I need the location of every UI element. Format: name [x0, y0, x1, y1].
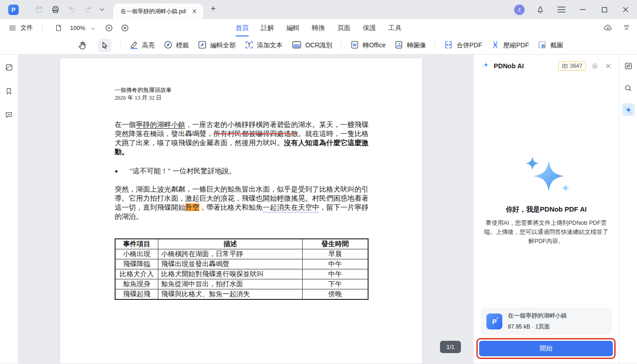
divider: [341, 40, 341, 51]
screenshot-label: 截圖: [550, 41, 563, 50]
hand-tool-button[interactable]: [76, 39, 89, 52]
zoom-out-icon[interactable]: [103, 22, 115, 34]
document-viewport[interactable]: 一個傳奇的無厘頭故事 2026 年 13 月 32 日 在一個寧靜的湖畔小鎮，一…: [18, 55, 473, 364]
table-row: 比格犬介入比格犬開始對飛碟進行嗅探並吠叫中午: [115, 269, 368, 279]
ocr-icon: OCR: [291, 40, 302, 51]
ribbon-tab-6[interactable]: 保護: [363, 19, 376, 36]
ocr-button[interactable]: OCR OCR識別: [291, 40, 332, 51]
to-image-button[interactable]: 轉圖像: [394, 40, 426, 51]
divider: [42, 24, 43, 32]
image-icon: [394, 40, 404, 51]
collapse-toolbar-icon[interactable]: [621, 22, 632, 34]
zoom-in-icon[interactable]: [119, 22, 131, 34]
ai-assistant-icon[interactable]: [622, 103, 635, 116]
close-button[interactable]: [620, 4, 632, 15]
table-row: 飛碟起飛飛碟與比格犬、鯨魚一起消失傍晚: [115, 289, 368, 300]
history-dropdown-icon[interactable]: [99, 4, 105, 15]
ai-settings-icon[interactable]: [590, 61, 600, 71]
merge-pdf-button[interactable]: 合併PDF: [444, 40, 482, 51]
undo-icon[interactable]: [66, 4, 78, 15]
hero-sparkle-graphic: [521, 154, 571, 196]
table-cell: 早晨: [303, 249, 369, 259]
to-office-button[interactable]: 轉Office: [350, 40, 385, 51]
cloud-sync-icon[interactable]: [602, 22, 614, 34]
highlight-label: 高亮: [142, 41, 155, 50]
user-avatar[interactable]: z: [514, 5, 525, 15]
table-cell: 鯨魚從湖中冒出，拍打水面: [158, 279, 303, 289]
ribbon-tab-5[interactable]: 頁面: [338, 19, 351, 36]
compress-pdf-button[interactable]: 壓縮PDF: [490, 40, 529, 51]
file-card[interactable]: P 在一個寧靜的湖畔小鎮 87.95 kB · 1頁面: [481, 308, 612, 335]
red-annotation-box: 開始: [476, 338, 616, 359]
p1-strikethrough-text: 所有村民都被嚇得四處逃散: [213, 130, 298, 137]
zoom-dropdown-icon[interactable]: [91, 24, 95, 32]
redo-icon[interactable]: [82, 4, 94, 15]
edit-icon: [197, 40, 207, 51]
edit-all-button[interactable]: 編輯全部: [197, 40, 236, 51]
add-text-button[interactable]: 添加文本: [244, 40, 283, 51]
page-fit-icon[interactable]: [52, 22, 64, 34]
compress-icon: [490, 40, 500, 51]
maximize-button[interactable]: [598, 4, 610, 15]
credits-value: 3647: [570, 63, 582, 69]
svg-text:P: P: [492, 318, 497, 325]
table-cell: 下午: [303, 279, 369, 289]
ai-greeting: 你好，我是PDNob PDF AI: [474, 205, 619, 214]
file-menu-label[interactable]: 文件: [20, 24, 33, 32]
document-tab[interactable]: 在一個寧靜的湖畔小鎮.pdf ✕: [113, 4, 203, 19]
left-sidebar: [0, 55, 18, 364]
table-header-cell: 事件項目: [115, 239, 158, 249]
bullet-item: ● "這不可能！" 一位村民驚訝地說。: [115, 167, 369, 176]
table-cell: 飛碟降臨: [115, 259, 158, 269]
event-table: 事件項目描述發生時間小橋出現小橋橫跨在湖面，日常平靜早晨飛碟降臨飛碟出現並發出轟…: [115, 238, 369, 300]
table-cell: 比格犬開始對飛碟進行嗅探並吠叫: [158, 269, 303, 279]
table-cell: 小橋橫跨在湖面，日常平靜: [158, 249, 303, 259]
bookmarks-icon[interactable]: [3, 85, 15, 97]
thumbnails-icon[interactable]: [3, 61, 15, 74]
minimize-button[interactable]: [577, 4, 589, 15]
tag-icon: [163, 40, 173, 51]
ribbon-tabs: 首頁註解編輯轉換頁面保護工具: [236, 19, 402, 36]
print-icon[interactable]: [50, 4, 61, 15]
table-cell: 傍晚: [303, 289, 369, 300]
start-button[interactable]: 開始: [479, 341, 613, 356]
to-image-label: 轉圖像: [407, 41, 426, 50]
tag-button[interactable]: 標籤: [163, 40, 189, 51]
doc-meta-date: 2026 年 13 月 32 日: [115, 94, 369, 102]
merge-pdf-label: 合併PDF: [456, 41, 482, 50]
properties-panel-icon[interactable]: [622, 60, 635, 72]
search-icon[interactable]: [622, 81, 635, 94]
ai-close-icon[interactable]: [603, 61, 613, 71]
titlebar: P 在一個寧靜的湖畔小鎮.pdf ✕ + z: [0, 0, 637, 19]
screenshot-button[interactable]: 截圖: [537, 40, 563, 51]
add-text-label: 添加文本: [257, 41, 283, 50]
new-tab-button[interactable]: +: [211, 4, 216, 15]
credits-badge[interactable]: 3647: [558, 61, 586, 71]
edit-all-label: 編輯全部: [210, 41, 236, 50]
main-menu-icon[interactable]: [556, 4, 567, 15]
ai-panel-header: PDNob AI 3647: [474, 55, 619, 76]
table-header-cell: 描述: [158, 239, 303, 249]
notification-bell-icon[interactable]: [534, 4, 546, 15]
document-tab-title: 在一個寧靜的湖畔小鎮.pdf: [121, 8, 186, 15]
tab-close-icon[interactable]: ✕: [190, 7, 199, 15]
table-cell: 飛碟出現並發出轟鳴聲: [158, 259, 303, 269]
app-logo-icon: P: [8, 5, 19, 15]
ribbon-tab-2[interactable]: 註解: [261, 19, 274, 36]
highlight-button[interactable]: 高亮: [129, 40, 155, 51]
titlebar-left: P: [0, 0, 105, 19]
zoom-level-value[interactable]: 100%: [70, 25, 85, 31]
ribbon-tab-7[interactable]: 工具: [389, 19, 402, 36]
comments-icon[interactable]: [3, 108, 15, 121]
save-icon[interactable]: [33, 4, 45, 15]
bullet-text: "這不可能！" 一位村民驚訝地說。: [130, 167, 236, 176]
ribbon-tab-4[interactable]: 轉換: [312, 19, 325, 36]
ribbon-tab-3[interactable]: 編輯: [287, 19, 300, 36]
p1-text: 在一個: [115, 121, 136, 128]
ribbon-tab-1[interactable]: 首頁: [236, 19, 249, 36]
file-menu-icon[interactable]: [8, 22, 16, 34]
pdf-file-icon: P: [486, 313, 502, 329]
select-tool-button[interactable]: [98, 39, 111, 52]
toolbar: 高亮 標籤 編輯全部 添加文本 OCR OCR識別 轉Office: [0, 36, 637, 55]
table-header-cell: 發生時間: [303, 239, 369, 249]
